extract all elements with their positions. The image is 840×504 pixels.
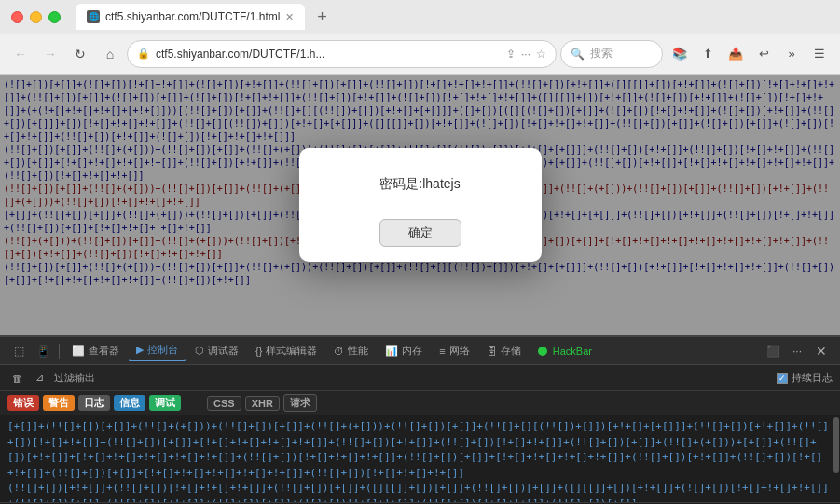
devtools-console: [+[]]+(!![]+[])[+[]]+(!![]+(+[]))+(!![]+… <box>0 415 840 502</box>
devtools-tab-memory[interactable]: 📊 内存 <box>378 341 430 361</box>
devtools-device-icon[interactable]: 📱 <box>32 340 54 362</box>
persist-checkbox[interactable]: ✓ <box>777 373 788 384</box>
devtools-second-bar: 🗑 ⊿ 过滤输出 ✓ 持续日志 <box>0 365 840 391</box>
devtools-right-buttons: ⬛ ··· ✕ <box>762 340 833 362</box>
filter-badge-xhr[interactable]: XHR <box>245 396 280 411</box>
close-button[interactable] <box>11 11 23 23</box>
toolbar-icons: 📚 ⬆ 📤 ↩ » ☰ <box>667 41 833 67</box>
memory-icon: 📊 <box>385 345 398 357</box>
filter-badge-requests[interactable]: 请求 <box>283 394 317 412</box>
devtools-close-icon[interactable]: ✕ <box>810 340 833 362</box>
devtools-dock-icon[interactable]: ⬛ <box>762 340 784 362</box>
network-icon: ≡ <box>439 346 445 357</box>
style-editor-label: 样式编辑器 <box>266 344 317 358</box>
browser-content: (![]+[])[+[]]+(![]+[])[!+[]+!+[]]+(![]+[… <box>0 75 840 335</box>
devtools-tab-debugger[interactable]: ⬡ 调试器 <box>187 341 246 361</box>
filter-badge-css[interactable]: CSS <box>207 396 241 411</box>
back-button[interactable]: ← <box>7 41 34 67</box>
inspector-label: 查看器 <box>89 344 119 358</box>
tab-title: ctf5.shiyanbar.com/DUTCTF/1.html <box>105 10 280 23</box>
modal-footer: 确定 <box>299 211 542 262</box>
devtools-toolbar: ⬚ 📱 ⬜ 查看器 ▶ 控制台 ⬡ 调试器 {} 样式编辑器 ⏱ 性能 📊 内存… <box>0 337 840 365</box>
tab-favicon-icon: 🌐 <box>87 10 100 23</box>
storage-label: 存储 <box>501 344 521 358</box>
devtools-panel: ⬚ 📱 ⬜ 查看器 ▶ 控制台 ⬡ 调试器 {} 样式编辑器 ⏱ 性能 📊 内存… <box>0 335 840 504</box>
share-toolbar-icon[interactable]: 📤 <box>723 41 749 67</box>
tab-close-icon[interactable]: ✕ <box>285 11 294 23</box>
devtools-tab-storage[interactable]: 🗄 存储 <box>479 341 529 361</box>
hackbar-label: HackBar <box>553 346 592 357</box>
reload-button[interactable]: ↻ <box>67 41 93 67</box>
devtools-tab-style-editor[interactable]: {} 样式编辑器 <box>248 341 324 361</box>
forward-button[interactable]: → <box>37 41 63 67</box>
address-bar[interactable]: 🔒 ctf5.shiyanbar.com/DUTCTF/1.h... ⇪ ···… <box>127 40 557 68</box>
network-label: 网络 <box>449 344 470 358</box>
modal-overlay: 密码是:lhatejs 确定 <box>0 75 840 335</box>
filter-badge-info[interactable]: 信息 <box>114 395 145 411</box>
console-scrollbar[interactable] <box>833 415 840 502</box>
devtools-tab-inspector[interactable]: ⬜ 查看器 <box>64 341 127 361</box>
devtools-filter-bar: 错误 警告 日志 信息 调试 CSS XHR 请求 <box>0 391 840 415</box>
filter-label: 过滤输出 <box>54 371 95 385</box>
search-bar[interactable]: 🔍 搜索 <box>560 40 663 68</box>
devtools-tab-hackbar[interactable]: HackBar <box>530 343 599 360</box>
storage-icon: 🗄 <box>487 346 497 357</box>
debugger-icon: ⬡ <box>195 345 204 357</box>
devtools-more-icon[interactable]: ··· <box>786 340 808 362</box>
performance-label: 性能 <box>348 344 368 358</box>
share-icon[interactable]: ⇪ <box>506 48 516 61</box>
search-placeholder: 搜索 <box>590 46 613 61</box>
checkbox-check-icon: ✓ <box>778 374 786 383</box>
toolbar-separator <box>59 344 60 359</box>
traffic-lights <box>11 11 61 23</box>
star-icon[interactable]: ☆ <box>536 48 546 61</box>
console-line-1: [+[]]+(!![]+[])[+[]]+(!![]+(+[]))+(!![]+… <box>7 419 833 481</box>
modal-dialog: 密码是:lhatejs 确定 <box>299 148 542 262</box>
memory-label: 内存 <box>402 344 422 358</box>
console-line-2: (!![]+[])[+!+[]]+(!![]+[])[!+[]+!+[]+!+[… <box>7 481 833 502</box>
search-icon: 🔍 <box>571 48 585 61</box>
console-icon: ▶ <box>136 344 144 356</box>
filter-badge-debug[interactable]: 调试 <box>149 395 181 411</box>
minimize-button[interactable] <box>30 11 42 23</box>
titlebar: 🌐 ctf5.shiyanbar.com/DUTCTF/1.html ✕ + <box>0 0 840 34</box>
filter-badge-log[interactable]: 日志 <box>78 395 110 411</box>
filter-badge-warn[interactable]: 警告 <box>43 395 75 411</box>
chevron-right-icon[interactable]: » <box>778 41 805 67</box>
library-icon[interactable]: 📚 <box>667 41 693 67</box>
scrollbar-thumb <box>833 417 839 473</box>
address-bar-icons: ⇪ ··· ☆ <box>506 48 546 61</box>
navbar: ← → ↻ ⌂ 🔒 ctf5.shiyanbar.com/DUTCTF/1.h.… <box>0 34 840 75</box>
back-history-icon[interactable]: ↩ <box>750 41 777 67</box>
filter-badge-error[interactable]: 错误 <box>7 395 39 411</box>
devtools-tab-performance[interactable]: ⏱ 性能 <box>326 341 376 361</box>
persist-label: 持续日志 <box>792 371 833 385</box>
modal-message: 密码是:lhatejs <box>379 176 460 191</box>
devtools-tab-network[interactable]: ≡ 网络 <box>432 341 476 361</box>
security-lock-icon: 🔒 <box>137 48 150 60</box>
new-tab-button[interactable]: + <box>310 6 333 28</box>
active-tab[interactable]: 🌐 ctf5.shiyanbar.com/DUTCTF/1.html ✕ <box>76 4 305 30</box>
more-icon[interactable]: ··· <box>521 48 530 61</box>
trash-icon[interactable]: 🗑 <box>7 369 26 388</box>
address-text: ctf5.shiyanbar.com/DUTCTF/1.h... <box>156 48 501 61</box>
filter-icon[interactable]: ⊿ <box>30 369 48 388</box>
modal-ok-button[interactable]: 确定 <box>379 219 461 247</box>
debugger-label: 调试器 <box>208 344 239 358</box>
inspector-icon: ⬜ <box>72 345 85 357</box>
performance-icon: ⏱ <box>334 346 344 357</box>
sync-icon[interactable]: ⬆ <box>695 41 721 67</box>
style-editor-icon: {} <box>255 346 262 357</box>
home-button[interactable]: ⌂ <box>97 41 123 67</box>
tab-bar: 🌐 ctf5.shiyanbar.com/DUTCTF/1.html ✕ + <box>76 4 829 30</box>
modal-body: 密码是:lhatejs <box>299 148 542 211</box>
maximize-button[interactable] <box>48 11 61 23</box>
menu-icon[interactable]: ☰ <box>806 41 833 67</box>
hackbar-status-icon <box>538 347 547 356</box>
devtools-inspect-icon[interactable]: ⬚ <box>7 340 30 362</box>
persist-log-option: ✓ 持续日志 <box>777 371 833 385</box>
console-label: 控制台 <box>147 343 178 357</box>
devtools-tab-console[interactable]: ▶ 控制台 <box>129 340 186 361</box>
